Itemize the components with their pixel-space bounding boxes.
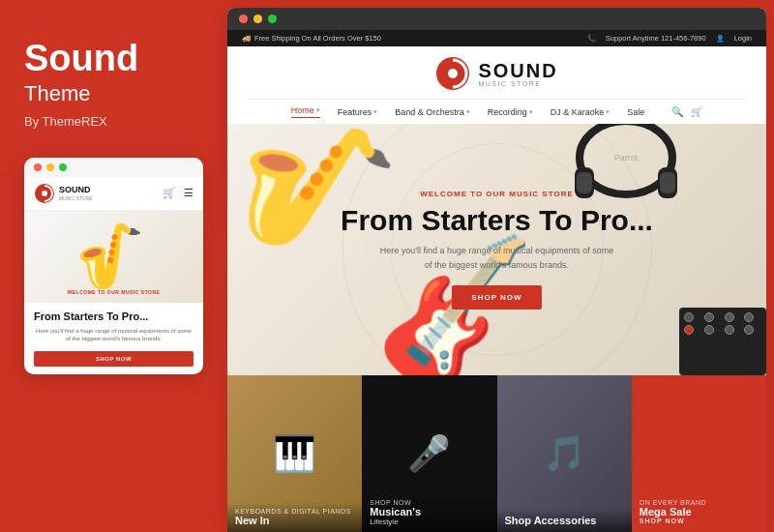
mobile-logo-text: SOUND bbox=[59, 186, 93, 195]
card-sale-sub: SHOP NOW bbox=[640, 517, 759, 524]
desktop-dot-red bbox=[239, 15, 248, 23]
nav-item-dj[interactable]: DJ & Karaoke ▾ bbox=[551, 107, 610, 117]
hero-shop-btn[interactable]: SHOP NOW bbox=[452, 285, 541, 310]
announcement-bar: 🚚 Free Shipping On All Orders Over $150 … bbox=[227, 30, 766, 46]
search-icon[interactable]: 🔍 bbox=[671, 106, 683, 117]
card-accessories-main: Shop Accessories bbox=[505, 515, 624, 526]
hero-center-content: WELCOME TO OUR MUSIC STORE From Starters… bbox=[341, 190, 653, 310]
chevron-home: ▾ bbox=[316, 106, 320, 114]
nav-item-recording[interactable]: Recording ▾ bbox=[488, 107, 533, 117]
svg-point-1 bbox=[42, 191, 47, 196]
card-overlay-accessories: Shop Accessories bbox=[497, 509, 632, 532]
card-sale[interactable]: On Every Brand Mega Sale SHOP NOW bbox=[632, 375, 766, 532]
hero-desc-line1: Here you'll find a huge range of musical… bbox=[380, 246, 613, 255]
hero-desc-line2: of the biggest world's famous brands. bbox=[425, 260, 569, 270]
mobile-logo-icon bbox=[34, 183, 55, 204]
mobile-dot-green bbox=[59, 163, 67, 171]
cart-icon[interactable]: 🛒 bbox=[691, 106, 702, 117]
mixer-knob bbox=[684, 325, 694, 335]
mobile-mockup: SOUND MUSIC STORE 🛒 ☰ 🎷 WELCOME TO OUR M… bbox=[24, 158, 203, 374]
card-sale-top: On Every Brand bbox=[640, 499, 759, 506]
mixer-knob bbox=[704, 325, 714, 335]
mobile-desc: Here you'll find a huge range of musical… bbox=[34, 327, 194, 343]
mobile-header: SOUND MUSIC STORE 🛒 ☰ bbox=[24, 177, 203, 211]
mixer-knob bbox=[704, 312, 714, 322]
login-icon: 👤 bbox=[716, 35, 725, 43]
saxophone-icon: 🎷 bbox=[72, 220, 157, 294]
support-icon: 📞 bbox=[587, 34, 596, 43]
announcement-left: 🚚 Free Shipping On All Orders Over $150 bbox=[242, 34, 381, 43]
nav-item-home[interactable]: Home ▾ bbox=[291, 105, 320, 118]
mobile-logo: SOUND MUSIC STORE bbox=[34, 183, 93, 204]
mixer-decoration bbox=[679, 308, 766, 375]
mixer-knob bbox=[684, 312, 694, 322]
login-text[interactable]: Login bbox=[734, 34, 752, 43]
desktop-top-bar bbox=[227, 8, 766, 30]
nav-item-features[interactable]: Features ▾ bbox=[338, 107, 378, 117]
desktop-logo-row: SOUND MUSIC STORE bbox=[247, 56, 747, 99]
mobile-dot-yellow bbox=[46, 163, 54, 171]
theme-author: By ThemeREX bbox=[24, 114, 203, 129]
card-overlay-sale: On Every Brand Mega Sale SHOP NOW bbox=[632, 491, 766, 532]
card-keyboards[interactable]: 🎹 Keyboards & Digital Pianos New In bbox=[227, 375, 362, 532]
left-panel: Sound Theme By ThemeREX SOUND MUSIC STOR… bbox=[0, 0, 227, 532]
card-lifestyle-top: Shop Now bbox=[370, 499, 489, 506]
mixer-knob bbox=[725, 312, 734, 322]
mobile-dot-red bbox=[34, 163, 42, 171]
mobile-top-bar bbox=[24, 158, 203, 177]
mobile-logo-sub: MUSIC STORE bbox=[59, 195, 93, 201]
hero-heading: From Starters To Pro... bbox=[341, 204, 653, 236]
shipping-icon: 🚚 bbox=[242, 34, 251, 43]
nav-item-band[interactable]: Band & Orchestra ▾ bbox=[395, 107, 470, 117]
mobile-hero-image: 🎷 WELCOME TO OUR MUSIC STORE bbox=[24, 211, 203, 303]
chevron-recording: ▾ bbox=[529, 108, 533, 116]
desktop-logo-icon bbox=[435, 56, 470, 91]
card-overlay-keyboards: Keyboards & Digital Pianos New In bbox=[227, 502, 362, 532]
desktop-logo-tagline: MUSIC STORE bbox=[478, 80, 557, 87]
desktop-logo-nav: SOUND MUSIC STORE Home ▾ Features ▾ Band… bbox=[227, 46, 766, 124]
desktop-nav: Home ▾ Features ▾ Band & Orchestra ▾ Rec… bbox=[247, 99, 747, 124]
mobile-shop-btn[interactable]: SHOP NOW bbox=[34, 351, 194, 367]
mobile-header-icons: 🛒 ☰ bbox=[163, 187, 194, 199]
card-keyboards-main: New In bbox=[235, 515, 354, 526]
card-overlay-lifestyle: Shop Now Musican's Lifestyle bbox=[362, 493, 496, 532]
desktop-hero: 🎷 🎸 Parrot W bbox=[227, 124, 766, 375]
hero-welcome-label: WELCOME TO OUR MUSIC STORE bbox=[341, 190, 653, 198]
mobile-content: From Starters To Pro... Here you'll find… bbox=[24, 303, 203, 374]
announcement-right: 📞 Support Anytime 121-456-7890 👤 Login bbox=[587, 34, 752, 43]
svg-rect-8 bbox=[660, 172, 675, 193]
mobile-heading: From Starters To Pro... bbox=[34, 310, 194, 323]
mixer-knob bbox=[744, 325, 754, 335]
mixer-knob bbox=[725, 325, 734, 335]
nav-item-sale[interactable]: Sale bbox=[627, 107, 644, 117]
mixer-knobs bbox=[679, 308, 766, 340]
card-lifestyle-sub: Lifestyle bbox=[370, 517, 489, 526]
svg-point-3 bbox=[448, 69, 458, 78]
desktop-dot-green bbox=[268, 15, 277, 23]
mobile-cart-icon[interactable]: 🛒 bbox=[163, 187, 176, 199]
desktop-cards: 🎹 Keyboards & Digital Pianos New In 🎤 Sh… bbox=[227, 375, 766, 532]
card-sale-main: Mega Sale bbox=[640, 506, 759, 517]
card-keyboards-top: Keyboards & Digital Pianos bbox=[235, 508, 354, 515]
support-text: Support Anytime 121-456-7890 bbox=[606, 34, 706, 43]
nav-icons: 🔍 🛒 bbox=[671, 106, 702, 117]
theme-title: Sound bbox=[24, 39, 203, 79]
hero-desc: Here you'll find a huge range of musical… bbox=[341, 244, 653, 272]
desktop-dot-yellow bbox=[253, 15, 262, 23]
mobile-menu-icon[interactable]: ☰ bbox=[184, 187, 194, 199]
card-lifestyle-main: Musican's bbox=[370, 506, 489, 517]
mobile-welcome-label: WELCOME TO OUR MUSIC STORE bbox=[68, 289, 161, 295]
card-accessories[interactable]: 🎵 Shop Accessories bbox=[497, 375, 632, 532]
chevron-dj: ▾ bbox=[606, 108, 610, 116]
mixer-knob bbox=[744, 312, 754, 322]
desktop-mockup: 🚚 Free Shipping On All Orders Over $150 … bbox=[227, 8, 766, 532]
card-lifestyle[interactable]: 🎤 Shop Now Musican's Lifestyle bbox=[362, 375, 496, 532]
desktop-logo-text-wrap: SOUND MUSIC STORE bbox=[478, 61, 557, 87]
desktop-logo-main: SOUND bbox=[478, 61, 557, 80]
theme-subtitle: Theme bbox=[24, 81, 203, 106]
shipping-text: Free Shipping On All Orders Over $150 bbox=[254, 34, 381, 43]
chevron-band: ▾ bbox=[466, 108, 470, 116]
svg-text:Parrot: Parrot bbox=[614, 153, 639, 163]
chevron-features: ▾ bbox=[373, 108, 377, 116]
